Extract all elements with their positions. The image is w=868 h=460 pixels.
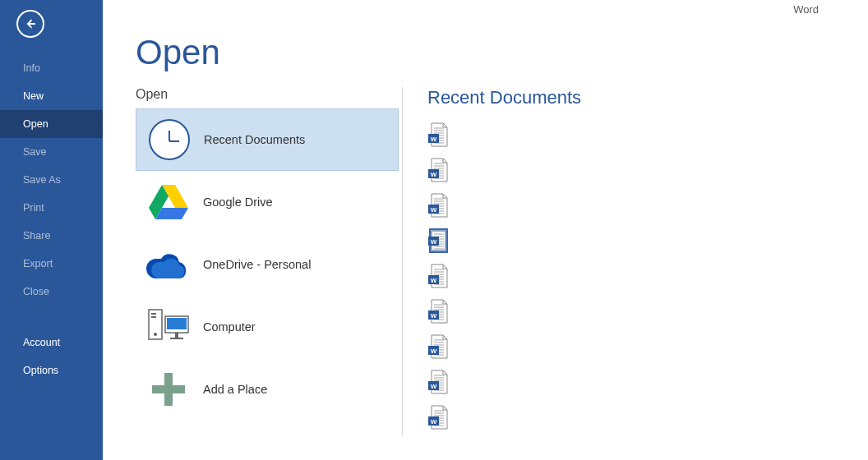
back-arrow-icon — [23, 16, 38, 31]
svg-text:W: W — [431, 237, 437, 245]
main-panel: Open Open Recent DocumentsGoogle DriveOn… — [103, 0, 868, 460]
svg-rect-0 — [27, 23, 35, 25]
computer-icon — [145, 304, 192, 350]
recent-document[interactable]: W — [427, 401, 581, 436]
source-label: Add a Place — [203, 383, 267, 396]
source-recent-documents[interactable]: Recent Documents — [136, 108, 399, 171]
sidebar-item-export[interactable]: Export — [0, 250, 103, 278]
gdrive-icon — [145, 179, 192, 225]
word-document-icon: W — [427, 299, 449, 327]
backstage-sidebar: InfoNewOpenSaveSave AsPrintShareExportCl… — [0, 0, 103, 460]
sidebar-item-print[interactable]: Print — [0, 194, 103, 222]
svg-text:W: W — [431, 347, 437, 354]
back-button[interactable] — [16, 10, 44, 38]
recent-document[interactable]: W — [427, 224, 581, 260]
svg-rect-11 — [170, 338, 183, 339]
sidebar-item-new[interactable]: New — [0, 82, 103, 110]
word-document-icon: W — [427, 193, 449, 221]
recent-column: Recent Documents WWWWWWWWW — [427, 87, 581, 436]
recent-document[interactable]: W — [427, 260, 581, 295]
sidebar-item-save[interactable]: Save — [0, 138, 103, 166]
svg-text:W: W — [431, 135, 437, 142]
svg-text:W: W — [431, 276, 437, 283]
svg-point-7 — [154, 333, 157, 336]
svg-text:W: W — [431, 311, 437, 319]
word-document-icon: W — [427, 334, 449, 362]
sidebar-item-account[interactable]: Account — [0, 329, 103, 356]
svg-text:W: W — [431, 170, 437, 177]
svg-text:W: W — [431, 205, 437, 213]
recent-document[interactable]: W — [427, 366, 581, 401]
svg-rect-5 — [151, 313, 156, 315]
word-document-icon: W — [427, 158, 449, 186]
source-computer[interactable]: Computer — [136, 296, 399, 358]
source-onedrive-personal[interactable]: OneDrive - Personal — [136, 233, 399, 296]
sources-column: Open Recent DocumentsGoogle DriveOneDriv… — [136, 87, 399, 436]
sidebar-item-share[interactable]: Share — [0, 222, 103, 250]
recent-heading: Recent Documents — [427, 87, 581, 108]
recent-document[interactable]: W — [427, 189, 581, 224]
svg-rect-9 — [167, 318, 187, 329]
word-document-icon: W — [427, 122, 449, 150]
source-label: Computer — [203, 320, 256, 334]
sidebar-item-save-as[interactable]: Save As — [0, 166, 103, 194]
svg-rect-6 — [151, 316, 156, 318]
page-title: Open — [136, 33, 868, 72]
sources-heading: Open — [136, 87, 399, 102]
sidebar-item-open[interactable]: Open — [0, 110, 103, 138]
onedrive-icon — [145, 242, 192, 288]
recent-document[interactable]: W — [427, 330, 581, 366]
column-divider — [402, 87, 403, 436]
sidebar-item-info[interactable]: Info — [0, 54, 103, 82]
recent-document[interactable]: W — [427, 154, 581, 189]
source-label: OneDrive - Personal — [203, 258, 311, 271]
svg-rect-13 — [152, 385, 185, 393]
source-add-a-place[interactable]: Add a Place — [136, 358, 399, 421]
word-document-icon: W — [427, 264, 449, 292]
plus-icon — [145, 366, 192, 412]
source-google-drive[interactable]: Google Drive — [136, 171, 399, 233]
clock-icon — [146, 117, 192, 163]
word-document-icon: W — [427, 228, 449, 256]
svg-rect-10 — [175, 333, 178, 338]
recent-document[interactable]: W — [427, 295, 581, 330]
svg-text:W: W — [431, 382, 437, 389]
sidebar-item-close[interactable]: Close — [0, 278, 103, 306]
source-label: Recent Documents — [204, 133, 305, 146]
source-label: Google Drive — [203, 196, 273, 209]
word-document-icon: W — [427, 370, 449, 398]
word-document-icon: W — [427, 405, 449, 433]
svg-text:W: W — [431, 417, 437, 425]
sidebar-item-options[interactable]: Options — [0, 356, 103, 384]
recent-document[interactable]: W — [427, 118, 581, 154]
